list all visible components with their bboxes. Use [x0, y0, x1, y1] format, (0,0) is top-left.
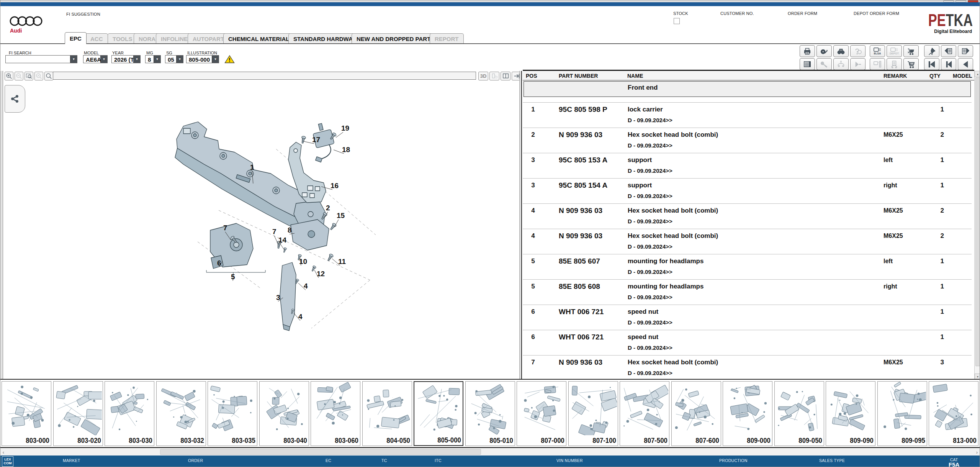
table-row[interactable]: 5 85E 805 608 mounting for headlamps D -…	[523, 279, 972, 305]
left-collapse-strip[interactable]	[0, 71, 3, 380]
zoom-out-button[interactable]	[15, 72, 23, 80]
thumbnail-809-090[interactable]: 809-090	[826, 381, 875, 446]
doc-vehicle-button[interactable]	[887, 58, 902, 70]
tab-acc[interactable]: ACC	[85, 33, 108, 44]
thumbnail-803-060[interactable]: 803-060	[311, 381, 360, 446]
thumbnail-sketch	[723, 382, 771, 435]
mg-combo[interactable]: 8 ▼	[145, 55, 161, 63]
page-previous-button[interactable]	[941, 45, 956, 57]
table-row[interactable]: 4 N 909 936 03 Hex socket head bolt (com…	[523, 229, 972, 254]
fi-search-input[interactable]	[6, 56, 74, 63]
cart-button[interactable]	[903, 58, 919, 70]
sg-combo[interactable]: 05 ▼	[165, 55, 183, 63]
table-row[interactable]: 2 N 909 936 03 Hex socket head bolt (com…	[523, 128, 972, 153]
view-3d-button[interactable]: 3D	[478, 72, 488, 80]
vehicle-info-button[interactable]	[833, 58, 849, 70]
sg-dropdown-icon[interactable]: ▼	[176, 56, 183, 63]
table-row[interactable]: 1 95C 805 598 P lock carrier D - 09.09.2…	[523, 102, 972, 128]
help-search-button[interactable]	[850, 45, 865, 57]
status-item-production: PRODUCTION	[719, 458, 748, 463]
table-row[interactable]: 7 N 909 936 03 Hex socket head bolt (com…	[523, 355, 972, 380]
tab-report[interactable]: REPORT	[430, 33, 464, 44]
zoom-area-button[interactable]	[25, 72, 33, 80]
key-button[interactable]	[816, 58, 832, 70]
thumbnail-803-040[interactable]: 803-040	[259, 381, 309, 446]
thumbnail-809-050[interactable]: 809-050	[774, 381, 824, 446]
thumbnail-807-500[interactable]: 807-500	[620, 381, 669, 446]
model-label: MODEL	[84, 51, 99, 55]
fi-search-combo[interactable]: ▼	[5, 55, 77, 63]
wheel-search-button[interactable]	[816, 45, 832, 57]
tab-chemical-materials[interactable]: CHEMICAL MATERIALS	[223, 33, 298, 44]
thumbnail-803-030[interactable]: 803-030	[105, 381, 154, 446]
zoom-in-button[interactable]	[5, 72, 13, 80]
thumbnail-807-600[interactable]: 807-600	[671, 381, 721, 446]
fi-search-dropdown-icon[interactable]: ▼	[70, 56, 77, 63]
tab-new-and-dropped-parts[interactable]: NEW AND DROPPED PARTS	[352, 33, 439, 44]
callout-4: 4	[304, 282, 308, 290]
monitor-list-button[interactable]	[870, 58, 885, 70]
page-next-button[interactable]	[958, 45, 973, 57]
thumbnail-803-000[interactable]: 803-000	[2, 381, 51, 446]
elsa-button[interactable]: ELSA	[870, 45, 885, 57]
cell-pos: 5	[528, 283, 538, 290]
table-row[interactable]: 6 WHT 006 721 speed nut D - 09.09.2024>>…	[523, 330, 972, 355]
nav-first-button[interactable]	[924, 58, 939, 70]
print-button[interactable]	[800, 45, 815, 57]
ghost-view-button[interactable]	[489, 72, 499, 80]
tab-autopart[interactable]: AUTOPART	[188, 33, 229, 44]
thumbnail-803-032[interactable]: 803-032	[156, 381, 206, 446]
table-scrollbar[interactable]: ▲ ▼	[974, 71, 980, 380]
find-in-drawing-button[interactable]	[44, 72, 53, 80]
scroll-right-icon[interactable]: ›	[974, 449, 980, 455]
thumbnail-805-010[interactable]: 805-010	[465, 381, 515, 446]
nav-prev-button[interactable]	[941, 58, 956, 70]
model-dropdown-icon[interactable]: ▼	[100, 56, 107, 63]
thumbnail-803-035[interactable]: 803-035	[208, 381, 257, 446]
scroll-up-icon[interactable]: ▲	[975, 71, 980, 77]
thumbnail-807-000[interactable]: 807-000	[517, 381, 566, 446]
model-combo[interactable]: AE6A ▼	[83, 55, 108, 63]
zoom-100-button[interactable]	[34, 72, 43, 80]
tab-tools[interactable]: TOOLS	[108, 33, 137, 44]
table-row[interactable]: 6 WHT 006 721 speed nut D - 09.09.2024>>…	[523, 305, 972, 330]
thumbnail-scrollbar[interactable]: ‹ ›	[0, 448, 980, 456]
illustration-combo[interactable]: 805-000 ▼	[186, 55, 219, 63]
tab-epc[interactable]: EPC	[65, 32, 87, 44]
thumbnail-scrollbar-thumb[interactable]	[160, 449, 481, 455]
stock-checkbox[interactable]	[674, 18, 680, 24]
table-row[interactable]: 5 85E 805 607 mounting for headlamps D -…	[523, 254, 972, 279]
thumbnail-sketch	[569, 382, 617, 435]
group-row[interactable]: Front end	[524, 81, 971, 97]
list-view-button[interactable]	[800, 58, 815, 70]
thumbnail-807-100[interactable]: 807-100	[568, 381, 618, 446]
table-row[interactable]: 3 95C 805 153 A support D - 09.09.2024>>…	[523, 153, 972, 178]
tab-infoline[interactable]: INFOLINE	[156, 33, 193, 44]
diagram-parts	[175, 122, 337, 331]
illustration-dropdown-icon[interactable]: ▼	[212, 56, 219, 63]
year-dropdown-icon[interactable]: ▼	[133, 56, 140, 63]
cart-transfer-button[interactable]	[903, 45, 919, 57]
search-parts-button[interactable]	[833, 45, 849, 57]
pin-button[interactable]	[924, 45, 939, 57]
thumbnail-813-000[interactable]: 813-000	[929, 381, 978, 446]
panel-splitter[interactable]	[519, 71, 522, 380]
table-row[interactable]: 3 95C 805 154 A support D - 09.09.2024>>…	[523, 178, 972, 203]
exploded-parts-diagram[interactable]: 1917181612157781410111265344	[161, 115, 391, 345]
drawing-search-input[interactable]	[53, 72, 476, 80]
year-combo[interactable]: 2026 (T) ▼	[111, 55, 141, 63]
scroll-left-icon[interactable]: ‹	[0, 449, 7, 455]
thumbnail-809-095[interactable]: 809-095	[877, 381, 927, 446]
thumbnail-803-020[interactable]: 803-020	[53, 381, 103, 446]
thumbnail-809-000[interactable]: 809-000	[723, 381, 772, 446]
table-row[interactable]: 4 N 909 936 03 Hex socket head bolt (com…	[523, 203, 972, 229]
nav-back-button[interactable]	[958, 58, 973, 70]
share-panel[interactable]	[5, 85, 25, 113]
thumbnail-805-000[interactable]: 805-000	[414, 381, 463, 446]
continue-button[interactable]	[850, 58, 865, 70]
mg-dropdown-icon[interactable]: ▼	[154, 56, 160, 63]
table-scrollbar-thumb[interactable]	[975, 77, 980, 366]
thumbnail-804-050[interactable]: 804-050	[362, 381, 412, 446]
split-view-button[interactable]	[501, 72, 510, 80]
depot-button[interactable]: DEPOT	[887, 45, 902, 57]
